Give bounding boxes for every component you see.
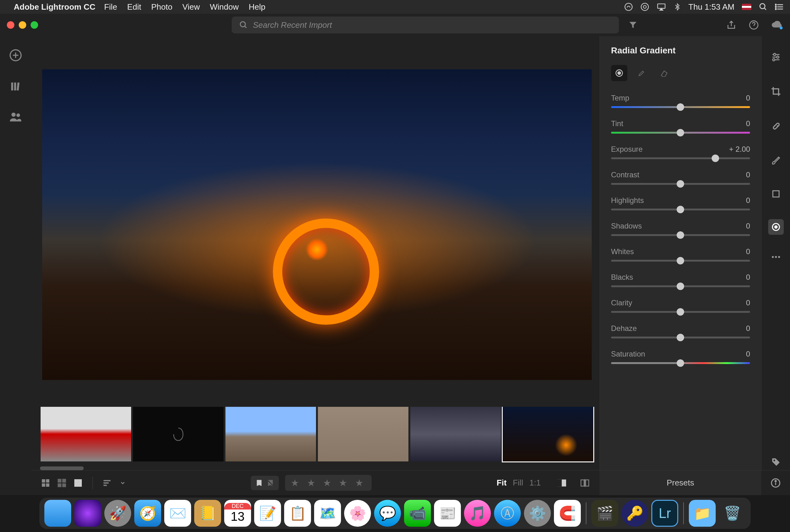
- add-photos-icon[interactable]: [9, 49, 22, 62]
- image-canvas[interactable]: [31, 36, 600, 407]
- flag-reject-icon[interactable]: [266, 478, 275, 488]
- single-view-icon[interactable]: [73, 478, 83, 488]
- dock-mail-icon[interactable]: ✉️: [164, 500, 191, 527]
- healing-icon[interactable]: [768, 117, 784, 134]
- slider-thumb[interactable]: [677, 180, 684, 188]
- crop-icon[interactable]: [768, 83, 784, 100]
- flag-pick-icon[interactable]: [255, 478, 263, 488]
- slider-thumb[interactable]: [677, 129, 684, 136]
- grid-view-small-icon[interactable]: [41, 478, 51, 488]
- dock-1password-icon[interactable]: 🔑: [621, 500, 648, 527]
- compare-icon[interactable]: [580, 478, 590, 488]
- sort-icon[interactable]: [102, 479, 113, 487]
- library-icon[interactable]: [10, 80, 21, 92]
- slider-track[interactable]: [611, 209, 750, 210]
- sort-dropdown-icon[interactable]: [119, 480, 126, 486]
- menu-file[interactable]: File: [104, 2, 117, 12]
- dock-maps-icon[interactable]: 🗺️: [314, 500, 341, 527]
- dock-safari-icon[interactable]: 🧭: [134, 500, 161, 527]
- erase-mask-icon[interactable]: [656, 65, 672, 81]
- menu-help[interactable]: Help: [248, 2, 265, 12]
- star-rating[interactable]: ★ ★ ★ ★ ★: [285, 475, 371, 491]
- slider-thumb[interactable]: [677, 206, 684, 213]
- menubar-clock[interactable]: Thu 1:53 AM: [689, 2, 734, 12]
- slider-track[interactable]: [611, 337, 750, 338]
- dock-messages-icon[interactable]: 💬: [374, 500, 401, 527]
- thumbnail-selected[interactable]: [503, 407, 593, 461]
- dock-imovie-icon[interactable]: 🎬: [591, 500, 618, 527]
- slider-track[interactable]: [611, 311, 750, 313]
- slider-thumb[interactable]: [677, 359, 684, 367]
- before-after-icon[interactable]: [557, 479, 567, 487]
- zoom-fit[interactable]: Fit: [497, 478, 507, 488]
- brush-mask-icon[interactable]: [634, 65, 650, 81]
- maximize-window-button[interactable]: [31, 21, 38, 29]
- help-icon[interactable]: [749, 20, 759, 30]
- dock-siri-icon[interactable]: [74, 500, 101, 527]
- dock-downloads-icon[interactable]: 📁: [689, 500, 716, 527]
- bluetooth-icon[interactable]: [674, 2, 681, 11]
- thumbnail[interactable]: [225, 407, 316, 461]
- slider-track[interactable]: [611, 157, 750, 159]
- radial-mask-icon[interactable]: [611, 65, 627, 81]
- dock-launchpad-icon[interactable]: 🚀: [104, 500, 131, 527]
- status-icon[interactable]: [640, 2, 649, 11]
- more-tools-icon[interactable]: [768, 252, 784, 262]
- dock-appstore-icon[interactable]: Ⓐ: [494, 500, 521, 527]
- close-window-button[interactable]: [7, 21, 14, 29]
- menu-window[interactable]: Window: [210, 2, 239, 12]
- keywords-icon[interactable]: [768, 454, 784, 470]
- slider-thumb[interactable]: [677, 283, 684, 290]
- cloud-sync-icon[interactable]: [771, 20, 783, 30]
- slider-track[interactable]: [611, 234, 750, 236]
- dock-finder-icon[interactable]: [44, 500, 71, 527]
- input-source-flag-icon[interactable]: [742, 4, 751, 10]
- dock-news-icon[interactable]: 📰: [434, 500, 461, 527]
- creative-cloud-icon[interactable]: [624, 2, 633, 11]
- dock-itunes-icon[interactable]: 🎵: [464, 500, 491, 527]
- grid-view-large-icon[interactable]: [57, 478, 67, 488]
- airplay-icon[interactable]: [657, 3, 666, 11]
- info-icon[interactable]: [771, 478, 780, 488]
- people-icon[interactable]: [10, 111, 22, 122]
- thumbnail[interactable]: [133, 407, 224, 461]
- dock-lightroom-icon[interactable]: Lr: [651, 500, 678, 527]
- slider-thumb[interactable]: [677, 308, 684, 316]
- dock-photos-icon[interactable]: 🌸: [344, 500, 371, 527]
- slider-thumb[interactable]: [712, 154, 719, 162]
- zoom-1to1[interactable]: 1:1: [530, 478, 541, 488]
- brush-tool-icon[interactable]: [768, 152, 784, 169]
- thumbnail[interactable]: [318, 407, 409, 461]
- slider-thumb[interactable]: [677, 334, 684, 341]
- filter-icon[interactable]: [628, 20, 638, 30]
- dock-calendar-icon[interactable]: DEC13: [224, 500, 251, 527]
- search-input[interactable]: Search Recent Import: [232, 17, 619, 33]
- dock-magnet-icon[interactable]: 🧲: [554, 500, 581, 527]
- app-name[interactable]: Adobe Lightroom CC: [14, 2, 95, 12]
- dock-notes-icon[interactable]: 📝: [254, 500, 281, 527]
- filmstrip[interactable]: [31, 407, 600, 464]
- slider-thumb[interactable]: [677, 257, 684, 264]
- edit-sliders-icon[interactable]: [768, 49, 784, 65]
- spotlight-icon[interactable]: [759, 2, 768, 11]
- menu-view[interactable]: View: [182, 2, 200, 12]
- menu-edit[interactable]: Edit: [127, 2, 141, 12]
- radial-gradient-icon[interactable]: [768, 219, 784, 235]
- dock-reminders-icon[interactable]: 📋: [284, 500, 311, 527]
- slider-track[interactable]: [611, 362, 750, 364]
- zoom-fill[interactable]: Fill: [513, 478, 523, 488]
- share-icon[interactable]: [726, 20, 736, 30]
- linear-gradient-icon[interactable]: [768, 186, 784, 202]
- slider-track[interactable]: [611, 285, 750, 287]
- menu-photo[interactable]: Photo: [151, 2, 172, 12]
- thumbnail[interactable]: [41, 407, 131, 461]
- presets-button[interactable]: Presets: [600, 470, 761, 495]
- slider-thumb[interactable]: [677, 231, 684, 239]
- dock-trash-icon[interactable]: 🗑️: [719, 500, 746, 527]
- thumbnail[interactable]: [410, 407, 501, 461]
- minimize-window-button[interactable]: [19, 21, 26, 29]
- filmstrip-scrollbar[interactable]: [40, 467, 84, 470]
- dock-facetime-icon[interactable]: 📹: [404, 500, 431, 527]
- dock-contacts-icon[interactable]: 📒: [194, 500, 221, 527]
- slider-track[interactable]: [611, 132, 750, 134]
